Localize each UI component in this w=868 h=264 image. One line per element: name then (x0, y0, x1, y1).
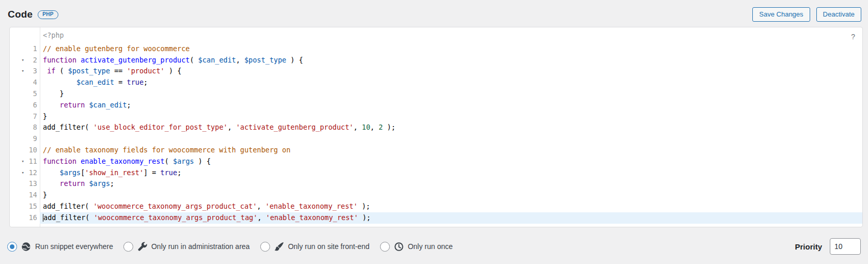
fold-gutter (10, 190, 24, 201)
code-token: ; (110, 179, 114, 188)
code-line[interactable]: 1// enable gutenberg for woocommerce (10, 43, 862, 55)
code-token: $args (173, 157, 194, 165)
scope-option-front-end[interactable]: Only run on site front-end (260, 242, 370, 252)
code-line[interactable]: 9 (10, 133, 862, 145)
code-area[interactable]: <?php 1// enable gutenberg for woocommer… (10, 27, 862, 224)
code-line[interactable]: ▾2function activate_gutenberg_product( $… (10, 55, 862, 66)
code-token: $can_edit (198, 56, 236, 64)
clock-icon (394, 242, 404, 252)
fold-gutter (10, 133, 24, 145)
radio-global-selected[interactable] (7, 242, 17, 252)
code-content: add_filter( 'woocommerce_taxonomy_args_p… (40, 201, 862, 212)
code-content: } (40, 111, 862, 122)
priority-group: Priority (795, 238, 861, 255)
code-content: $can_edit = true; (40, 77, 862, 88)
code-token: ); (358, 202, 370, 210)
code-line[interactable]: 8add_filter( 'use_block_editor_for_post_… (10, 122, 862, 133)
php-open-tag: <?php (40, 30, 862, 41)
help-icon[interactable]: ? (851, 33, 855, 41)
fold-gutter (10, 111, 24, 122)
code-content: function activate_gutenberg_product( $ca… (40, 55, 862, 66)
code-content: return $args; (40, 178, 862, 190)
code-token: , (257, 202, 265, 210)
code-token: ); (358, 213, 371, 222)
code-token: ) { (286, 56, 303, 64)
code-line[interactable]: 10// enable taxonomy fields for woocomme… (10, 145, 862, 156)
globe-icon (21, 242, 31, 252)
code-token: true (127, 78, 144, 86)
code-token: ; (127, 101, 131, 109)
code-token (43, 78, 76, 86)
code-content: $args['show_in_rest'] = true; (40, 167, 862, 179)
code-line[interactable]: 5 } (10, 88, 862, 100)
radio-admin[interactable] (123, 242, 133, 252)
php-badge: PHP (38, 10, 58, 19)
code-line[interactable]: ▾11function enable_taxonomy_rest( $args … (10, 156, 862, 167)
code-token: ( (165, 157, 173, 165)
scope-option-single-use[interactable]: Only run once (380, 242, 453, 252)
fold-arrow-icon[interactable]: ▾ (10, 55, 24, 66)
code-token: ] = (144, 168, 161, 177)
fold-gutter (10, 88, 24, 100)
deactivate-button[interactable]: Deactivate (816, 7, 861, 22)
fold-gutter (10, 43, 24, 55)
scope-options: Run snippet everywhereOnly run in admini… (7, 242, 453, 252)
scope-option-global[interactable]: Run snippet everywhere (7, 242, 113, 252)
save-changes-button[interactable]: Save Changes (752, 7, 810, 22)
php-open-line: <?php (10, 30, 862, 41)
code-line[interactable]: ▾12 $args['show_in_rest'] = true; (10, 167, 862, 179)
code-line[interactable]: 13 return $args; (10, 178, 862, 190)
code-line[interactable]: 15add_filter( 'woocommerce_taxonomy_args… (10, 201, 862, 212)
code-line[interactable]: 7} (10, 111, 862, 122)
code-content: if ( $post_type == 'product' ) { (40, 66, 862, 77)
code-token: , (258, 213, 266, 222)
code-token: return (60, 179, 85, 188)
code-token: ( (55, 67, 68, 75)
line-number: 3 (24, 66, 37, 77)
code-token: 'use_block_editor_for_post_type' (93, 123, 228, 131)
scope-option-label: Only run on site front-end (288, 242, 370, 251)
fold-arrow-icon[interactable]: ▾ (10, 66, 24, 77)
fold-arrow-icon[interactable]: ▾ (10, 156, 24, 167)
radio-single-use[interactable] (380, 242, 390, 252)
code-token: if (47, 67, 55, 75)
line-number: 2 (24, 55, 37, 66)
code-content: } (40, 190, 862, 201)
code-editor[interactable]: ? <?php 1// enable gutenberg for woocomm… (9, 27, 863, 227)
code-token: $can_edit (89, 101, 127, 109)
code-token: 'show_in_rest' (85, 168, 144, 177)
code-token: $args (89, 179, 110, 188)
radio-dot (383, 244, 387, 249)
code-token: ; (177, 168, 181, 177)
code-content: add_filter( 'use_block_editor_for_post_t… (40, 122, 862, 133)
scope-option-label: Only run once (408, 242, 453, 251)
code-line[interactable]: 6 return $can_edit; (10, 100, 862, 111)
code-token: ) { (194, 157, 211, 165)
line-number: 14 (24, 190, 37, 201)
code-content: function enable_taxonomy_rest( $args ) { (40, 156, 862, 167)
line-number: 8 (24, 122, 37, 133)
code-token: add_filter( (43, 213, 94, 222)
code-line[interactable]: 16add_filter( 'woocommerce_taxonomy_args… (10, 212, 862, 224)
brush-icon (274, 242, 284, 252)
code-line[interactable]: ▾3 if ( $post_type == 'product' ) { (10, 66, 862, 77)
code-token: == (110, 67, 127, 75)
scope-option-admin[interactable]: Only run in administration area (123, 242, 250, 252)
fold-arrow-icon[interactable]: ▾ (10, 167, 24, 179)
code-line[interactable]: 14} (10, 190, 862, 201)
code-token: 10 (362, 123, 370, 131)
code-token: , (228, 123, 236, 131)
radio-front-end[interactable] (260, 242, 270, 252)
code-token: } (43, 112, 47, 120)
priority-input[interactable] (830, 238, 861, 255)
code-token: $post_type (244, 56, 286, 64)
code-content: add_filter( 'woocommerce_taxonomy_args_p… (40, 212, 862, 224)
code-token: ( (190, 56, 198, 64)
code-token: $args (60, 168, 81, 177)
editor-header: Code PHP Save Changes Deactivate (8, 6, 861, 23)
code-line[interactable]: 4 $can_edit = true; (10, 77, 862, 88)
code-content: } (40, 88, 862, 100)
snippet-scope-bar: Run snippet everywhereOnly run in admini… (7, 236, 861, 257)
code-token (76, 157, 81, 165)
code-token: , (236, 56, 244, 64)
